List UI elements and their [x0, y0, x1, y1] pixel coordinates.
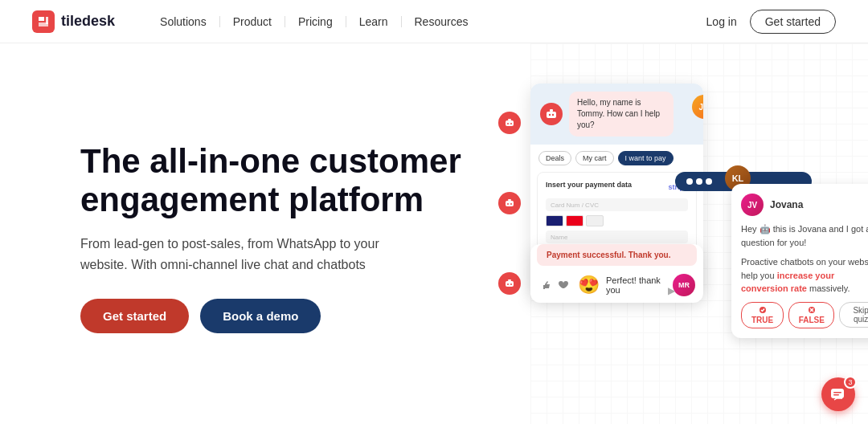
cart-button[interactable]: My cart: [575, 151, 614, 165]
nav-actions: Log in Get started: [706, 10, 836, 34]
svg-rect-6: [508, 199, 511, 201]
thumbs-up-icon: [542, 279, 553, 291]
nav-solutions[interactable]: Solutions: [147, 16, 220, 27]
proactive-header: JV Jovana: [741, 194, 868, 216]
svg-rect-10: [508, 279, 511, 281]
other-card-icon: [586, 215, 604, 226]
hero-right: Hello, my name is Tommy. How can I help …: [482, 67, 804, 408]
svg-point-4: [510, 123, 512, 124]
quiz-true-button[interactable]: TRUE: [741, 302, 784, 328]
svg-rect-13: [547, 112, 556, 118]
hero-subtitle: From lead-gen to post-sales, from WhatsA…: [80, 234, 402, 275]
svg-rect-19: [831, 389, 844, 398]
jovana-avatar: JV: [741, 194, 764, 216]
jovana-name: Jovana: [770, 199, 803, 210]
payment-success-window: Payment successful. Thank you. 😍 Perfect…: [530, 244, 703, 303]
mastercard-icon: [566, 215, 583, 226]
logo[interactable]: tiledesk: [32, 10, 115, 33]
svg-rect-5: [506, 201, 514, 206]
pay-button[interactable]: I want to pay: [618, 151, 674, 165]
nav-get-started-button[interactable]: Get started: [750, 10, 836, 34]
svg-rect-20: [833, 392, 841, 393]
card-number-field[interactable]: Card Num / CVC: [546, 198, 688, 211]
nav-resources[interactable]: Resources: [402, 16, 481, 27]
visa-icon: [546, 215, 563, 226]
bot-icon-2: [498, 192, 521, 214]
dot-3: [706, 178, 712, 185]
widget-badge: 3: [844, 376, 857, 389]
hero-left: The all-in-one customer engagement platf…: [80, 142, 482, 334]
highlight-text: increase your conversion rate: [741, 271, 834, 294]
svg-rect-1: [506, 120, 514, 126]
reaction-text: Perfect! thank you: [606, 275, 666, 295]
user-avatar-3: MR: [673, 274, 695, 296]
proactive-chat-panel: JV Jovana Hey 🤖 this is Jovana and I got…: [731, 184, 868, 338]
nav-learn[interactable]: Learn: [346, 16, 402, 27]
navbar: tiledesk Solutions Product Pricing Learn…: [0, 0, 868, 43]
svg-point-3: [507, 123, 509, 124]
svg-point-8: [510, 203, 512, 205]
check-icon: [759, 306, 767, 314]
hero-section: The all-in-one customer engagement platf…: [0, 43, 868, 424]
proactive-msg-2: Proactive chatbots on your website help …: [741, 255, 868, 296]
proactive-msg-1: Hey 🤖 this is Jovana and I got a questio…: [741, 222, 868, 249]
emoji-reaction: 😍: [578, 275, 600, 296]
nav-product[interactable]: Product: [220, 16, 285, 27]
heart-icon: [557, 279, 568, 291]
svg-point-11: [507, 283, 509, 285]
nav-pricing[interactable]: Pricing: [285, 16, 346, 27]
user-avatar-1: JD: [692, 95, 703, 119]
login-button[interactable]: Log in: [706, 15, 737, 28]
logo-text: tiledesk: [61, 13, 115, 30]
bot-icon-1: [498, 112, 521, 134]
quiz-buttons: TRUE FALSE Skip quiz: [741, 302, 868, 328]
skip-quiz-button[interactable]: Skip quiz: [839, 302, 868, 328]
payment-title: Insert your payment data: [546, 181, 632, 189]
hero-buttons: Get started Book a demo: [80, 299, 482, 333]
svg-point-16: [552, 114, 554, 116]
chat-options: Deals My cart I want to pay: [530, 145, 703, 172]
chat-header: Hello, my name is Tommy. How can I help …: [530, 84, 703, 145]
hero-title: The all-in-one customer engagement platf…: [80, 142, 466, 220]
svg-rect-21: [833, 394, 839, 396]
arrow-icon: ▶: [668, 285, 675, 296]
chat-float-widget[interactable]: 3: [821, 377, 855, 411]
svg-rect-2: [508, 119, 511, 120]
reaction-row: 😍 Perfect! thank you MR: [530, 271, 703, 303]
svg-point-15: [549, 114, 551, 116]
name-field[interactable]: Name: [546, 230, 688, 243]
hero-get-started-button[interactable]: Get started: [80, 299, 189, 333]
x-icon: [808, 306, 816, 314]
hero-book-demo-button[interactable]: Book a demo: [200, 299, 321, 333]
quiz-false-button[interactable]: FALSE: [788, 302, 834, 328]
payment-card-icons: [546, 215, 688, 226]
dot-2: [696, 178, 702, 185]
dot-1: [686, 178, 693, 185]
bot-icon-3: [498, 272, 521, 295]
svg-rect-0: [32, 10, 55, 33]
svg-rect-14: [550, 109, 553, 112]
success-message: Payment successful. Thank you.: [537, 244, 697, 266]
bot-avatar: [540, 103, 563, 125]
chat-widget-icon: [829, 385, 847, 403]
svg-point-12: [510, 283, 512, 285]
nav-links: Solutions Product Pricing Learn Resource…: [147, 16, 706, 27]
svg-rect-9: [506, 281, 514, 287]
svg-point-7: [507, 203, 509, 205]
tiledesk-logo-icon: [32, 10, 55, 33]
bot-greeting: Hello, my name is Tommy. How can I help …: [569, 92, 674, 137]
deals-button[interactable]: Deals: [538, 151, 571, 165]
